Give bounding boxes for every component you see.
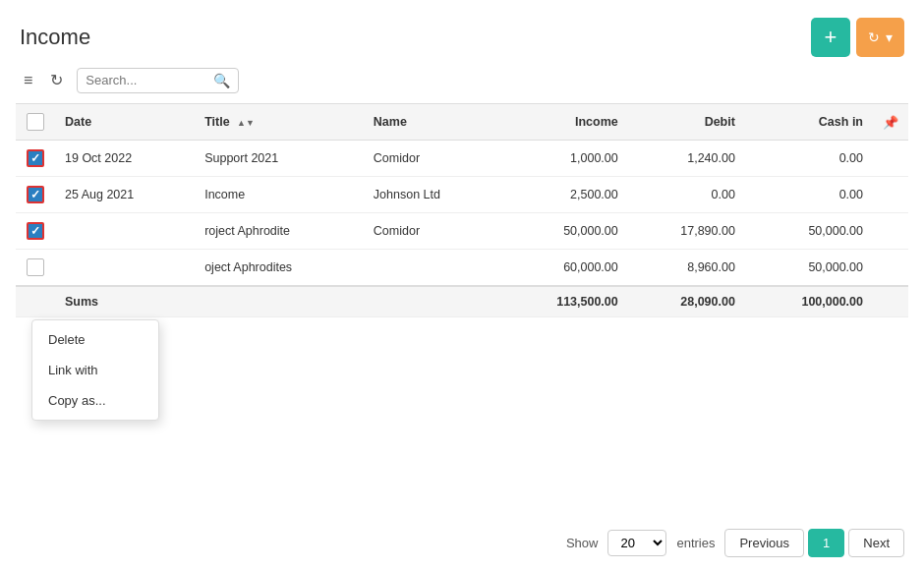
table-container: Date Title ▲▼ Name Income Debit Cash in …: [0, 103, 924, 317]
cell-debit: 0.00: [628, 177, 745, 213]
pagination: Previous 1 Next: [724, 529, 904, 557]
page-title: Income: [20, 25, 90, 50]
table-row: 19 Oct 2022Support 2021Comidor1,000.001,…: [16, 141, 908, 177]
cell-date: [55, 213, 195, 250]
page-header: Income + ↻ ▾: [0, 0, 924, 67]
page-1-button[interactable]: 1: [808, 529, 844, 557]
cell-debit: 8,960.00: [628, 250, 745, 287]
search-icon: 🔍: [213, 73, 230, 88]
cell-income: 2,500.00: [500, 177, 628, 213]
entries-label: entries: [676, 536, 715, 550]
cell-debit: 1,240.00: [628, 141, 745, 177]
context-menu-item-copy-as...[interactable]: Copy as...: [32, 385, 158, 416]
col-header-title: Title ▲▼: [195, 104, 364, 141]
context-menu: DeleteLink withCopy as...: [31, 319, 159, 421]
cell-income: 50,000.00: [500, 213, 628, 250]
cell-cash_in: 50,000.00: [745, 213, 873, 250]
cell-pin: [873, 213, 908, 250]
col-header-debit: Debit: [628, 104, 745, 141]
table-header-row: Date Title ▲▼ Name Income Debit Cash in …: [16, 104, 908, 141]
table-row: 25 Aug 2021IncomeJohnson Ltd2,500.000.00…: [16, 177, 908, 213]
action-button[interactable]: ↻ ▾: [856, 18, 904, 57]
col-header-name: Name: [364, 104, 500, 141]
previous-button[interactable]: Previous: [724, 529, 804, 557]
sums-debit: 28,090.00: [628, 286, 745, 317]
cell-date: [55, 250, 195, 287]
cell-name: Johnson Ltd: [364, 177, 500, 213]
table-row: roject AphroditeComidor50,000.0017,890.0…: [16, 213, 908, 250]
refresh-button[interactable]: ↻: [46, 67, 67, 93]
menu-icon-button[interactable]: ≡: [20, 68, 36, 93]
sums-label: Sums: [55, 286, 195, 317]
context-menu-item-link-with[interactable]: Link with: [32, 355, 158, 385]
cell-title: roject Aphrodite: [195, 213, 364, 250]
footer: Show 20 50 100 entries Previous 1 Next: [0, 515, 924, 571]
show-label: Show: [566, 536, 599, 550]
col-header-income: Income: [500, 104, 628, 141]
next-button[interactable]: Next: [848, 529, 904, 557]
sums-row: Sums113,500.0028,090.00100,000.00: [16, 286, 908, 317]
cell-cash_in: 0.00: [745, 141, 873, 177]
cell-debit: 17,890.00: [628, 213, 745, 250]
cell-title: Income: [195, 177, 364, 213]
row-checkbox-checked[interactable]: [27, 186, 44, 203]
cell-pin: [873, 177, 908, 213]
cell-pin: [873, 250, 908, 287]
cell-date: 25 Aug 2021: [55, 177, 195, 213]
toolbar: ≡ ↻ 🔍: [0, 67, 924, 103]
action-arrow-icon: ▾: [886, 29, 893, 45]
row-checkbox-unchecked[interactable]: [27, 258, 44, 276]
sums-cash-in: 100,000.00: [745, 286, 873, 317]
row-checkbox-checked[interactable]: [27, 222, 44, 240]
search-input[interactable]: [86, 73, 213, 87]
header-checkbox[interactable]: [27, 113, 44, 131]
cell-title: oject Aphrodites: [195, 250, 364, 287]
cell-name: Comidor: [364, 141, 500, 177]
cell-date: 19 Oct 2022: [55, 141, 195, 177]
cell-cash_in: 50,000.00: [745, 250, 873, 287]
col-header-cash-in: Cash in: [745, 104, 873, 141]
search-box: 🔍: [77, 68, 239, 93]
context-menu-item-delete[interactable]: Delete: [32, 324, 158, 355]
cell-title: Support 2021: [195, 141, 364, 177]
col-header-pin: 📌: [873, 104, 908, 141]
show-select[interactable]: 20 50 100: [607, 530, 666, 556]
header-buttons: + ↻ ▾: [811, 18, 904, 57]
cell-income: 1,000.00: [500, 141, 628, 177]
cell-name: Comidor: [364, 213, 500, 250]
pin-icon: 📌: [883, 115, 898, 130]
add-button[interactable]: +: [811, 18, 850, 57]
title-sort-icon[interactable]: ▲▼: [237, 119, 255, 128]
col-header-checkbox: [16, 104, 55, 141]
income-table: Date Title ▲▼ Name Income Debit Cash in …: [16, 103, 908, 317]
cell-cash_in: 0.00: [745, 177, 873, 213]
cell-income: 60,000.00: [500, 250, 628, 287]
table-body: 19 Oct 2022Support 2021Comidor1,000.001,…: [16, 141, 908, 317]
action-icon: ↻: [868, 29, 880, 45]
cell-name: [364, 250, 500, 287]
sums-income: 113,500.00: [500, 286, 628, 317]
col-header-date: Date: [55, 104, 195, 141]
cell-pin: [873, 141, 908, 177]
row-checkbox-checked[interactable]: [27, 149, 44, 167]
table-row: oject Aphrodites60,000.008,960.0050,000.…: [16, 250, 908, 287]
